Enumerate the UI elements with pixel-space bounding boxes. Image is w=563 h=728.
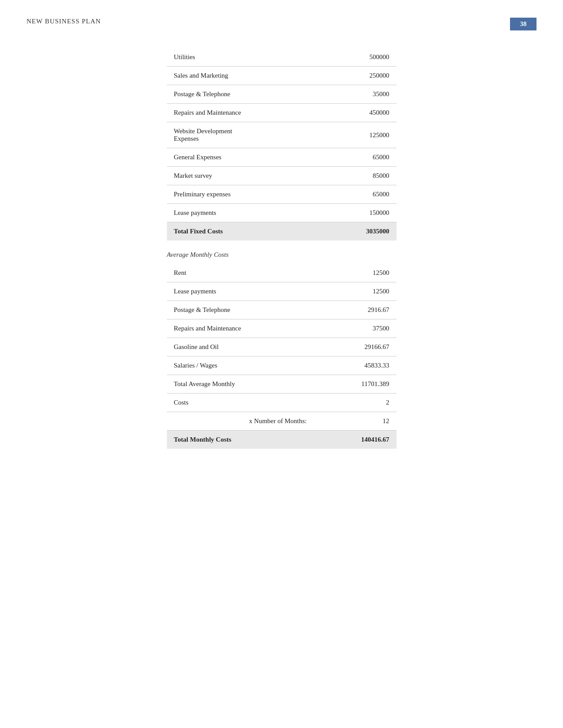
- avg-monthly-table: Rent12500Lease payments12500Postage & Te…: [167, 264, 397, 449]
- row-label: Costs: [167, 394, 310, 412]
- table-row: Postage & Telephone35000: [167, 85, 397, 104]
- avg-monthly-section-label: Average Monthly Costs: [167, 251, 397, 259]
- table-row: Sales and Marketing250000: [167, 67, 397, 85]
- row-label: Salaries / Wages: [167, 356, 310, 375]
- total-monthly-costs-row: Total Monthly Costs140416.67: [167, 431, 397, 449]
- page-title: NEW BUSINESS PLAN: [26, 18, 101, 25]
- total-fixed-costs-row: Total Fixed Costs3035000: [167, 222, 397, 241]
- row-label: Postage & Telephone: [167, 301, 310, 319]
- row-label: Sales and Marketing: [167, 67, 310, 85]
- row-value: 29166.67: [310, 338, 397, 356]
- table-row: Utilities500000: [167, 48, 397, 67]
- table-row: Postage & Telephone2916.67: [167, 301, 397, 319]
- row-label: Postage & Telephone: [167, 85, 310, 104]
- row-value: 125000: [310, 122, 397, 148]
- avg-monthly-table-wrapper: Rent12500Lease payments12500Postage & Te…: [167, 264, 397, 449]
- total-monthly-costs-label: Total Monthly Costs: [167, 431, 310, 449]
- row-value: 85000: [310, 167, 397, 185]
- table-row: Preliminary expenses65000: [167, 185, 397, 204]
- row-label: Total Average Monthly: [167, 375, 310, 394]
- row-label: Repairs and Maintenance: [167, 104, 310, 122]
- row-value: 12500: [310, 282, 397, 301]
- row-label: General Expenses: [167, 148, 310, 167]
- row-label: Preliminary expenses: [167, 185, 310, 204]
- row-label: Lease payments: [167, 204, 310, 222]
- page-number: 38: [510, 18, 537, 30]
- table-row: x Number of Months:12: [167, 412, 397, 431]
- row-label: Rent: [167, 264, 310, 282]
- table-row: Market survey85000: [167, 167, 397, 185]
- row-value: 35000: [310, 85, 397, 104]
- table-row: Repairs and Maintenance450000: [167, 104, 397, 122]
- row-value: 150000: [310, 204, 397, 222]
- table-row: Lease payments12500: [167, 282, 397, 301]
- row-value: 250000: [310, 67, 397, 85]
- fixed-costs-table-wrapper: Utilities500000Sales and Marketing250000…: [167, 48, 397, 240]
- row-label: Repairs and Maintenance: [167, 319, 310, 338]
- row-value: 450000: [310, 104, 397, 122]
- row-label: Market survey: [167, 167, 310, 185]
- total-fixed-costs-value: 3035000: [310, 222, 397, 241]
- row-value: 2: [310, 394, 397, 412]
- table-row: Salaries / Wages45833.33: [167, 356, 397, 375]
- table-row: General Expenses65000: [167, 148, 397, 167]
- table-row: Gasoline and Oil29166.67: [167, 338, 397, 356]
- row-label: Gasoline and Oil: [167, 338, 310, 356]
- row-label: x Number of Months:: [167, 412, 310, 431]
- table-row: Costs2: [167, 394, 397, 412]
- fixed-costs-table: Utilities500000Sales and Marketing250000…: [167, 48, 397, 240]
- row-label: Lease payments: [167, 282, 310, 301]
- table-row: Website DevelopmentExpenses125000: [167, 122, 397, 148]
- row-value: 12500: [310, 264, 397, 282]
- row-value: 500000: [310, 48, 397, 67]
- total-fixed-costs-label: Total Fixed Costs: [167, 222, 310, 241]
- table-row: Repairs and Maintenance37500: [167, 319, 397, 338]
- table-row: Total Average Monthly11701.389: [167, 375, 397, 394]
- row-value: 37500: [310, 319, 397, 338]
- row-value: 65000: [310, 148, 397, 167]
- row-value: 11701.389: [310, 375, 397, 394]
- row-label: Website DevelopmentExpenses: [167, 122, 310, 148]
- row-value: 65000: [310, 185, 397, 204]
- row-label: Utilities: [167, 48, 310, 67]
- row-value: 45833.33: [310, 356, 397, 375]
- row-value: 2916.67: [310, 301, 397, 319]
- total-monthly-costs-value: 140416.67: [310, 431, 397, 449]
- table-row: Rent12500: [167, 264, 397, 282]
- row-value: 12: [310, 412, 397, 431]
- table-row: Lease payments150000: [167, 204, 397, 222]
